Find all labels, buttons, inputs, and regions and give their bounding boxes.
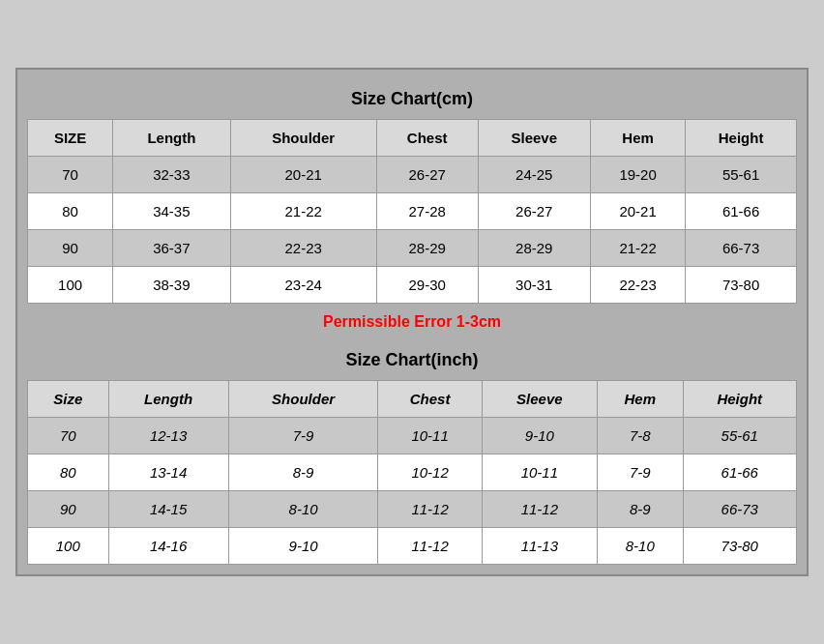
cm-header-5: Hem <box>591 120 686 157</box>
inch-cell-1-2: 8-9 <box>228 454 378 491</box>
cm-cell-2-4: 28-29 <box>478 230 590 267</box>
inch-header-4: Sleeve <box>482 381 597 418</box>
cm-cell-2-6: 66-73 <box>686 230 797 267</box>
inch-cell-3-2: 9-10 <box>228 528 378 565</box>
cm-cell-2-1: 36-37 <box>113 230 230 267</box>
inch-row-1: 8013-148-910-1210-117-961-66 <box>28 454 797 491</box>
inch-cell-3-4: 11-13 <box>482 528 597 565</box>
cm-cell-2-2: 22-23 <box>230 230 376 267</box>
inch-header-2: Shoulder <box>228 381 378 418</box>
inch-cell-1-0: 80 <box>28 454 109 491</box>
cm-row-3: 10038-3923-2429-3030-3122-2373-80 <box>28 267 797 304</box>
cm-cell-3-3: 29-30 <box>376 267 478 304</box>
inch-cell-3-6: 73-80 <box>683 528 796 565</box>
cm-row-0: 7032-3320-2126-2724-2519-2055-61 <box>28 157 797 193</box>
inch-cell-1-5: 7-9 <box>597 454 683 491</box>
inch-cell-0-2: 7-9 <box>228 418 378 454</box>
cm-header-row: SIZELengthShoulderChestSleeveHemHeight <box>28 120 797 157</box>
cm-header-4: Sleeve <box>478 120 590 157</box>
cm-cell-2-3: 28-29 <box>376 230 478 267</box>
inch-row-2: 9014-158-1011-1211-128-966-73 <box>28 491 797 528</box>
inch-table: SizeLengthShoulderChestSleeveHemHeight 7… <box>27 380 797 565</box>
cm-cell-0-6: 55-61 <box>686 157 797 193</box>
inch-cell-3-5: 8-10 <box>597 528 683 565</box>
inch-cell-0-1: 12-13 <box>108 418 228 454</box>
cm-header-2: Shoulder <box>230 120 376 157</box>
inch-cell-2-1: 14-15 <box>108 491 228 528</box>
error-text: Permissible Error 1-3cm <box>27 304 797 340</box>
inch-cell-1-4: 10-11 <box>482 454 597 491</box>
cm-header-3: Chest <box>376 120 478 157</box>
cm-cell-1-6: 61-66 <box>686 193 797 230</box>
cm-cell-3-2: 23-24 <box>230 267 376 304</box>
inch-cell-1-3: 10-12 <box>378 454 482 491</box>
inch-cell-2-5: 8-9 <box>597 491 683 528</box>
inch-cell-0-6: 55-61 <box>683 418 796 454</box>
inch-cell-1-1: 13-14 <box>108 454 228 491</box>
inch-row-3: 10014-169-1011-1211-138-1073-80 <box>28 528 797 565</box>
cm-header-0: SIZE <box>28 120 113 157</box>
cm-cell-1-4: 26-27 <box>478 193 590 230</box>
inch-header-3: Chest <box>378 381 482 418</box>
inch-cell-2-2: 8-10 <box>228 491 378 528</box>
cm-cell-3-5: 22-23 <box>591 267 686 304</box>
cm-cell-3-0: 100 <box>28 267 113 304</box>
cm-cell-0-4: 24-25 <box>478 157 590 193</box>
cm-cell-1-2: 21-22 <box>230 193 376 230</box>
cm-cell-1-1: 34-35 <box>113 193 230 230</box>
cm-header-6: Height <box>686 120 797 157</box>
inch-header-1: Length <box>108 381 228 418</box>
inch-cell-1-6: 61-66 <box>683 454 796 491</box>
inch-cell-2-3: 11-12 <box>378 491 482 528</box>
inch-cell-3-1: 14-16 <box>108 528 228 565</box>
inch-cell-0-4: 9-10 <box>482 418 597 454</box>
inch-chart-title: Size Chart(inch) <box>27 340 797 380</box>
inch-cell-0-0: 70 <box>28 418 109 454</box>
inch-cell-2-4: 11-12 <box>482 491 597 528</box>
cm-cell-2-5: 21-22 <box>591 230 686 267</box>
cm-cell-3-6: 73-80 <box>686 267 797 304</box>
cm-cell-0-5: 19-20 <box>591 157 686 193</box>
cm-cell-0-3: 26-27 <box>376 157 478 193</box>
cm-chart-title: Size Chart(cm) <box>27 79 797 119</box>
cm-row-2: 9036-3722-2328-2928-2921-2266-73 <box>28 230 797 267</box>
cm-cell-2-0: 90 <box>28 230 113 267</box>
cm-table: SIZELengthShoulderChestSleeveHemHeight 7… <box>27 119 797 304</box>
inch-header-row: SizeLengthShoulderChestSleeveHemHeight <box>28 381 797 418</box>
inch-row-0: 7012-137-910-119-107-855-61 <box>28 418 797 454</box>
inch-cell-0-5: 7-8 <box>597 418 683 454</box>
cm-header-1: Length <box>113 120 230 157</box>
inch-header-6: Height <box>683 381 796 418</box>
cm-cell-1-5: 20-21 <box>591 193 686 230</box>
chart-wrapper: Size Chart(cm) SIZELengthShoulderChestSl… <box>15 68 809 576</box>
inch-header-5: Hem <box>597 381 683 418</box>
cm-cell-3-1: 38-39 <box>113 267 230 304</box>
cm-cell-0-0: 70 <box>28 157 113 193</box>
inch-cell-3-3: 11-12 <box>378 528 482 565</box>
inch-cell-3-0: 100 <box>28 528 109 565</box>
inch-cell-2-0: 90 <box>28 491 109 528</box>
inch-cell-0-3: 10-11 <box>378 418 482 454</box>
cm-cell-0-2: 20-21 <box>230 157 376 193</box>
inch-header-0: Size <box>28 381 109 418</box>
cm-row-1: 8034-3521-2227-2826-2720-2161-66 <box>28 193 797 230</box>
cm-cell-0-1: 32-33 <box>113 157 230 193</box>
cm-cell-1-0: 80 <box>28 193 113 230</box>
cm-cell-3-4: 30-31 <box>478 267 590 304</box>
cm-cell-1-3: 27-28 <box>376 193 478 230</box>
inch-cell-2-6: 66-73 <box>683 491 796 528</box>
